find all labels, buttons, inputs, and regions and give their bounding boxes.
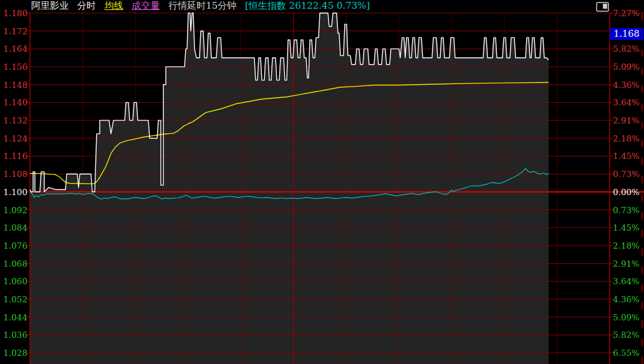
intraday-chart-window: 阿里影业 分时 均线 成交量 行情延时15分钟 [恒生指数 26122.45 0… bbox=[0, 0, 644, 364]
percent-axis-label: 5.82% bbox=[613, 330, 643, 340]
percent-axis-label: 3.64% bbox=[613, 97, 643, 107]
price-area-fill bbox=[30, 13, 549, 364]
stock-name: 阿里影业 bbox=[31, 0, 69, 11]
delay-notice: 行情延时15分钟 bbox=[168, 0, 236, 11]
mode-tab[interactable]: 分时 bbox=[77, 0, 96, 11]
percent-axis-label: 5.82% bbox=[613, 44, 643, 54]
percent-axis-label: 2.91% bbox=[613, 115, 643, 125]
price-axis-label: 1.156 bbox=[0, 62, 27, 72]
percent-axis-label: 3.64% bbox=[613, 276, 643, 286]
percent-axis-label: 4.36% bbox=[613, 80, 643, 90]
price-axis-label: 1.140 bbox=[0, 97, 27, 107]
price-axis-label: 1.060 bbox=[0, 276, 27, 286]
price-axis-label: 1.100 bbox=[0, 187, 27, 197]
percent-axis-label: 7.27% bbox=[613, 8, 643, 18]
price-axis-label: 1.084 bbox=[0, 223, 27, 232]
price-axis-label: 1.132 bbox=[0, 115, 27, 125]
percent-axis-label: 2.18% bbox=[613, 241, 643, 251]
price-axis-label: 1.036 bbox=[0, 330, 27, 340]
price-axis-label: 1.092 bbox=[0, 205, 27, 215]
layout-toggle-icon-fill bbox=[603, 4, 607, 9]
price-axis-label: 1.148 bbox=[0, 80, 27, 90]
last-price-badge: 1.168 bbox=[610, 28, 643, 40]
percent-axis-label: 1.45% bbox=[613, 151, 643, 161]
price-axis-label: 1.044 bbox=[0, 312, 27, 322]
percent-axis-label: 1.45% bbox=[613, 223, 643, 232]
price-axis-label: 1.028 bbox=[0, 348, 27, 358]
percent-axis-label: 5.09% bbox=[613, 62, 643, 72]
layout-toggle-icon[interactable] bbox=[596, 2, 609, 12]
chart-header: 阿里影业 分时 均线 成交量 行情延时15分钟 [恒生指数 26122.45 0… bbox=[31, 0, 375, 12]
avg-line-legend[interactable]: 均线 bbox=[105, 0, 123, 11]
price-axis-label: 1.068 bbox=[0, 259, 27, 269]
price-axis-label: 1.172 bbox=[0, 26, 27, 36]
index-quote: [恒生指数 26122.45 0.73%] bbox=[245, 0, 370, 11]
price-axis-label: 1.124 bbox=[0, 133, 27, 143]
volume-legend[interactable]: 成交量 bbox=[132, 0, 160, 11]
percent-axis-label: 0.00% bbox=[613, 187, 643, 197]
percent-axis-label: 2.18% bbox=[613, 133, 643, 143]
price-axis-label: 1.108 bbox=[0, 169, 27, 179]
percent-axis-label: 6.55% bbox=[613, 348, 643, 358]
percent-axis-label: 2.91% bbox=[613, 259, 643, 269]
intraday-chart bbox=[0, 0, 644, 364]
percent-axis-label: 0.73% bbox=[613, 169, 643, 179]
price-axis-label: 1.076 bbox=[0, 241, 27, 251]
price-axis-label: 1.116 bbox=[0, 151, 27, 161]
percent-axis-label: 0.73% bbox=[613, 205, 643, 215]
percent-axis-label: 4.36% bbox=[613, 294, 643, 304]
price-axis-label: 1.164 bbox=[0, 44, 27, 54]
percent-axis-label: 5.09% bbox=[613, 312, 643, 322]
price-axis-label: 1.180 bbox=[0, 8, 27, 18]
price-axis-label: 1.052 bbox=[0, 294, 27, 304]
